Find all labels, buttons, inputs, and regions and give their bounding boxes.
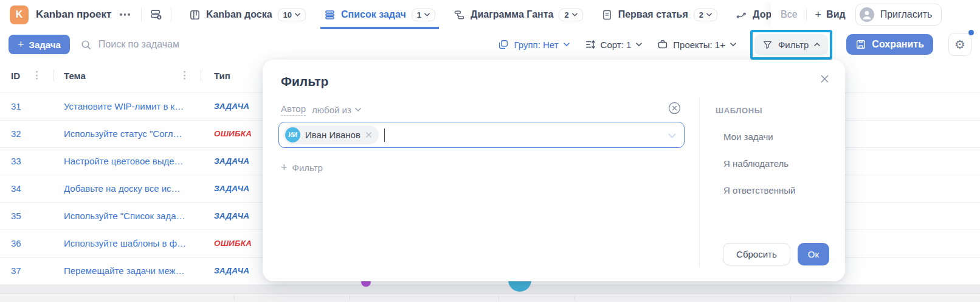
filter-field-selector[interactable]: Автор: [281, 104, 306, 116]
template-my-tasks[interactable]: Мои задачи: [716, 132, 829, 142]
chevron-down-icon: [564, 43, 570, 46]
add-filter-button[interactable]: + Фильтр: [281, 162, 323, 173]
tab-gantt-chart[interactable]: Диаграмма Ганта 2: [454, 0, 583, 29]
save-button[interactable]: Сохранить: [846, 34, 933, 55]
tab-kanban-board[interactable]: Kanban доска 10: [189, 0, 306, 29]
task-subject[interactable]: Добавьте на доску все ис…: [64, 175, 190, 202]
templates-title: ШАБЛОНЫ: [716, 106, 829, 115]
divider: [806, 8, 807, 21]
task-id[interactable]: 36: [11, 230, 21, 257]
tab-article[interactable]: Первая статья 2: [601, 0, 717, 29]
tab-label: Диаграмма Ганта: [471, 9, 553, 20]
task-id[interactable]: 31: [11, 93, 21, 120]
chevron-up-icon: [814, 43, 820, 46]
project-title: Kanban проект: [36, 9, 111, 21]
task-id[interactable]: 32: [11, 121, 21, 147]
filter-button[interactable]: Фильтр: [754, 34, 828, 55]
toolbar-right: Групп: Нет Сорт: 1 Проекты: 1+: [498, 33, 971, 56]
summary-row: [0, 293, 980, 302]
project-header[interactable]: K Kanban проект: [10, 5, 133, 24]
task-type: ОШИБКА: [214, 121, 252, 147]
remove-filter-icon[interactable]: [668, 101, 682, 118]
template-i-assignee[interactable]: Я ответственный: [716, 185, 829, 195]
project-menu-icon[interactable]: [117, 11, 133, 18]
column-menu-icon[interactable]: [182, 69, 187, 82]
task-subject[interactable]: Перемещайте задачи меж…: [64, 258, 190, 284]
task-subject[interactable]: Используйте шаблоны в ф…: [64, 230, 190, 257]
task-type: ОШИБКА: [214, 230, 252, 257]
task-type: ЗАДАЧА: [214, 258, 249, 284]
save-icon: [855, 39, 866, 50]
column-header-type[interactable]: Тип: [214, 71, 230, 81]
column-header-subject[interactable]: Тема: [64, 71, 86, 81]
settings-button[interactable]: ⚙: [948, 33, 971, 56]
group-control[interactable]: Групп: Нет: [498, 39, 569, 50]
add-task-button[interactable]: + Задача: [9, 35, 70, 54]
projects-icon: [657, 39, 668, 50]
task-subject[interactable]: Используйте статус "Согл…: [64, 121, 190, 147]
plus-icon: +: [18, 39, 24, 50]
divider: [171, 8, 171, 21]
text-cursor: [384, 128, 385, 142]
notification-dot: [968, 30, 974, 35]
filter-operator-selector[interactable]: любой из: [312, 105, 361, 115]
column-divider[interactable]: [201, 69, 201, 82]
chevron-down-icon[interactable]: [668, 130, 676, 141]
task-type: ЗАДАЧА: [214, 175, 249, 202]
all-views-button[interactable]: Все: [781, 9, 798, 20]
filter-modal: Фильтр Автор любой из ИИ Иван Иванов: [263, 60, 845, 281]
chevron-down-icon: [355, 108, 361, 111]
template-i-watcher[interactable]: Я наблюдатель: [716, 158, 829, 169]
modal-actions: Сбросить Ок: [723, 243, 829, 265]
user-avatar-icon: [859, 7, 875, 23]
top-tab-bar: K Kanban проект Kanban доска 10: [0, 0, 980, 29]
modal-title: Фильтр: [281, 74, 328, 89]
tab-task-list[interactable]: Список задач 1: [324, 0, 435, 29]
filter-funnel-icon: [762, 40, 773, 50]
column-divider[interactable]: [53, 69, 54, 82]
person-tag[interactable]: ИИ Иван Иванов: [283, 125, 379, 144]
remove-tag-icon[interactable]: [365, 132, 372, 138]
group-icon: [498, 39, 509, 50]
search-input[interactable]: [98, 39, 281, 50]
tab-count-badge[interactable]: 2: [694, 9, 717, 21]
column-menu-icon[interactable]: [35, 69, 39, 82]
task-subject[interactable]: Используйте "Список зада…: [64, 203, 190, 230]
tab-count-badge[interactable]: 10: [278, 9, 306, 21]
ok-button[interactable]: Ок: [798, 243, 829, 265]
access-lock-icon[interactable]: [150, 9, 162, 21]
task-type: ЗАДАЧА: [214, 93, 249, 120]
task-type: ЗАДАЧА: [214, 203, 249, 230]
project-avatar: K: [10, 5, 29, 24]
chevron-down-icon: [295, 13, 300, 16]
tab-count-badge[interactable]: 2: [559, 9, 582, 21]
chevron-down-icon: [424, 13, 430, 16]
chevron-down-icon: [636, 43, 642, 46]
chevron-down-icon: [706, 13, 712, 16]
divider: [141, 8, 142, 21]
author-value-input[interactable]: ИИ Иван Иванов: [278, 122, 685, 148]
sort-control[interactable]: Сорт: 1: [585, 39, 643, 50]
task-subject[interactable]: Установите WIP-лимит в к…: [64, 93, 190, 120]
app-window: K Kanban проект Kanban доска 10: [0, 0, 980, 302]
tab-label: Kanban доска: [206, 9, 272, 20]
projects-control[interactable]: Проекты: 1+: [657, 39, 736, 50]
chevron-down-icon: [730, 43, 736, 46]
task-id[interactable]: 34: [11, 175, 21, 202]
tab-label: Первая статья: [618, 9, 688, 20]
invite-button[interactable]: Пригласить: [855, 4, 942, 26]
task-id[interactable]: 33: [11, 148, 21, 175]
toolbar: + Задача Групп: Нет: [0, 29, 980, 60]
templates-panel: ШАБЛОНЫ Мои задачи Я наблюдатель Я ответ…: [699, 97, 845, 267]
column-header-id[interactable]: ID: [11, 71, 20, 81]
filter-condition-row: Автор любой из: [281, 104, 361, 116]
tabbar-right-panel: Все + Вид Пригласить: [771, 0, 980, 29]
add-view-button[interactable]: + Вид: [815, 9, 846, 20]
reset-button[interactable]: Сбросить: [723, 243, 790, 265]
task-id[interactable]: 37: [11, 258, 21, 284]
task-search: [80, 39, 281, 51]
tab-count-badge[interactable]: 1: [412, 9, 435, 21]
task-id[interactable]: 35: [11, 203, 21, 230]
close-icon[interactable]: [820, 74, 829, 86]
task-subject[interactable]: Настройте цветовое выде…: [64, 148, 190, 175]
